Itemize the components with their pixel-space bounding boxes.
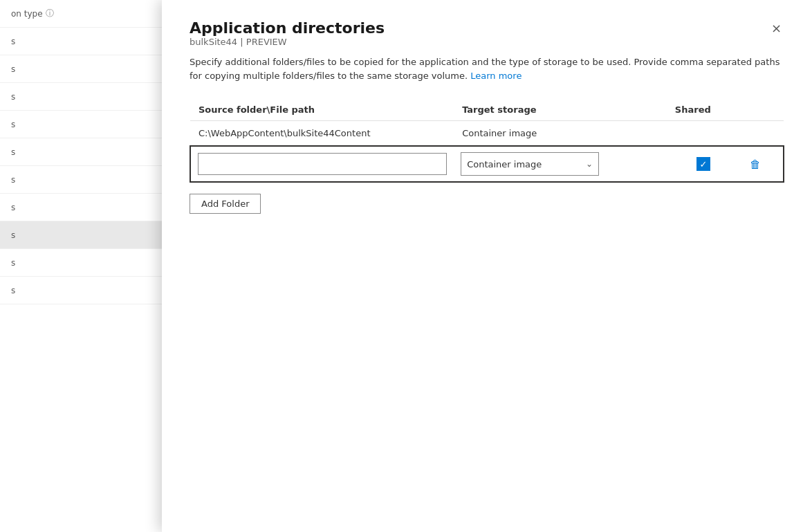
edit-delete-cell: 🗑 (740, 146, 784, 182)
source-path-input[interactable] (198, 153, 447, 175)
existing-shared-value (667, 121, 740, 147)
col-actions (740, 99, 784, 121)
close-button[interactable]: × (768, 19, 784, 37)
sidebar-item-4[interactable]: s (0, 111, 162, 138)
delete-row-button[interactable]: 🗑 (747, 155, 764, 174)
existing-row-actions (740, 121, 784, 147)
sidebar-item-5[interactable]: s (0, 138, 162, 166)
sidebar-type-header: on type ⓘ (0, 0, 162, 28)
sidebar-item-8-active[interactable]: s (0, 221, 162, 249)
sidebar-item-7[interactable]: s (0, 194, 162, 221)
col-target: Target storage (454, 99, 667, 121)
table-body: C:\WebAppContent\bulkSite44Content Conta… (190, 121, 784, 183)
modal-subtitle: bulkSite44 | PREVIEW (190, 37, 385, 47)
target-storage-wrapper: Container image Azure Files Azure Blob ⌄ (461, 152, 599, 176)
sidebar-item-1[interactable]: s (0, 28, 162, 55)
directories-table: Source folder\File path Target storage S… (190, 99, 784, 183)
sidebar-item-6[interactable]: s (0, 166, 162, 194)
target-storage-select[interactable]: Container image Azure Files Azure Blob (461, 153, 598, 175)
shared-checkbox[interactable] (696, 157, 710, 171)
sidebar-item-3[interactable]: s (0, 83, 162, 111)
learn-more-link[interactable]: Learn more (470, 71, 522, 81)
col-shared: Shared (667, 99, 740, 121)
edit-shared-cell (667, 146, 740, 182)
sidebar-item-2[interactable]: s (0, 55, 162, 83)
existing-target-storage: Container image (454, 121, 667, 147)
sidebar: on type ⓘ s s s s s s s s s s (0, 0, 163, 532)
add-folder-button[interactable]: Add Folder (190, 194, 261, 214)
sidebar-item-9[interactable]: s (0, 249, 162, 277)
edit-target-cell: Container image Azure Files Azure Blob ⌄ (454, 146, 667, 182)
edit-source-cell (190, 146, 454, 182)
modal-title-group: Application directories bulkSite44 | PRE… (190, 19, 385, 51)
existing-source-path: C:\WebAppContent\bulkSite44Content (190, 121, 454, 147)
sidebar-item-10[interactable]: s (0, 277, 162, 304)
sidebar-type-label: on type (11, 9, 43, 19)
table-row: C:\WebAppContent\bulkSite44Content Conta… (190, 121, 784, 147)
table-header: Source folder\File path Target storage S… (190, 99, 784, 121)
modal-panel: Application directories bulkSite44 | PRE… (162, 0, 812, 532)
modal-header: Application directories bulkSite44 | PRE… (190, 19, 784, 51)
edit-row: Container image Azure Files Azure Blob ⌄… (190, 146, 784, 182)
preview-badge: PREVIEW (246, 37, 287, 47)
modal-title: Application directories (190, 19, 385, 37)
modal-description: Specify additional folders/files to be c… (190, 55, 784, 82)
table-header-row: Source folder\File path Target storage S… (190, 99, 784, 121)
separator: | (240, 37, 246, 47)
info-icon: ⓘ (46, 8, 54, 19)
col-source: Source folder\File path (190, 99, 454, 121)
site-name: bulkSite44 (190, 37, 237, 47)
